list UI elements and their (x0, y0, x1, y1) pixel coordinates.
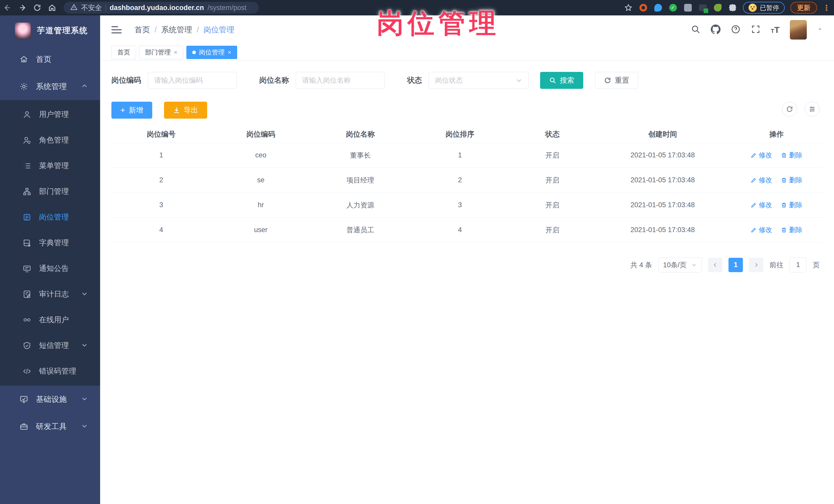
col-post-code: 岗位编码 (211, 126, 311, 143)
browser-back-button[interactable] (0, 0, 15, 16)
delete-link[interactable]: 删除 (781, 225, 803, 235)
sidebar-item-dev-tools[interactable]: 研发工具 (0, 413, 100, 440)
tab-departments[interactable]: 部门管理 × (139, 46, 183, 59)
tab-posts[interactable]: 岗位管理 × (186, 46, 237, 59)
extension-icon-drop[interactable] (654, 3, 663, 12)
paused-extension-badge[interactable]: 已暂停 (743, 2, 785, 14)
menu-list-icon (22, 161, 32, 170)
font-size-icon[interactable]: TT (771, 25, 780, 35)
next-page-button[interactable] (749, 258, 763, 272)
prev-page-button[interactable] (708, 258, 722, 272)
fullscreen-icon[interactable] (751, 24, 761, 35)
chevron-down-icon (516, 77, 522, 84)
extension-icon-list-badge[interactable] (698, 3, 707, 12)
table-row: 1 ceo 董事长 1 开启 2021-01-05 17:03:48 修改 删除 (111, 143, 823, 168)
address-bar[interactable]: 不安全 dashboard.yudao.iocoder.cn /system/p… (64, 2, 259, 14)
sidebar-item-error-codes[interactable]: 错误码管理 (0, 358, 100, 384)
current-page-button[interactable]: 1 (728, 258, 743, 272)
close-icon[interactable]: × (174, 49, 177, 56)
reset-button[interactable]: 重置 (595, 72, 638, 89)
sidebar-item-menus[interactable]: 菜单管理 (0, 153, 100, 179)
edit-link[interactable]: 修改 (751, 225, 772, 235)
sidebar-item-online-users[interactable]: 在线用户 (0, 307, 100, 333)
browser-refresh-button[interactable] (30, 0, 45, 16)
goto-page-input[interactable] (790, 258, 807, 272)
goto-label: 前往 (770, 260, 784, 269)
bookmark-star-icon[interactable] (624, 3, 633, 12)
post-name-input[interactable] (296, 72, 385, 89)
browser-menu-icon[interactable]: ⋮ (823, 3, 830, 12)
sidebar: 芋道管理系统 首页 系统管理 用户管理 角色管理 (0, 16, 100, 504)
delete-link[interactable]: 删除 (781, 151, 803, 160)
export-button[interactable]: 导出 (164, 102, 207, 118)
help-icon[interactable] (731, 24, 741, 35)
browser-chrome: 不安全 dashboard.yudao.iocoder.cn /system/p… (0, 0, 834, 16)
filter-form: 岗位编码 岗位名称 状态 岗位状态 搜索 重置 (111, 72, 823, 89)
col-actions: 操作 (730, 126, 823, 143)
add-button[interactable]: + 新增 (111, 102, 152, 118)
extension-icon-puzzle[interactable] (728, 3, 737, 12)
org-tree-icon (22, 187, 32, 196)
chevron-down-icon (691, 262, 697, 268)
sidebar-item-departments[interactable]: 部门管理 (0, 179, 100, 204)
column-settings-button[interactable] (805, 102, 820, 116)
status-select[interactable]: 岗位状态 (429, 72, 529, 89)
refresh-table-button[interactable] (782, 102, 797, 116)
github-icon[interactable] (711, 24, 721, 35)
refresh-icon (786, 106, 793, 113)
sidebar-item-roles[interactable]: 角色管理 (0, 127, 100, 153)
sidebar-collapse-icon[interactable] (111, 26, 122, 34)
sidebar-item-posts[interactable]: 岗位管理 (0, 204, 100, 230)
breadcrumb-home[interactable]: 首页 (134, 25, 150, 35)
edit-icon (751, 202, 757, 208)
edit-icon (751, 152, 757, 158)
sidebar-item-system[interactable]: 系统管理 (0, 73, 100, 100)
sidebar-item-audit-log[interactable]: 审计日志 (0, 281, 100, 307)
edit-link[interactable]: 修改 (751, 200, 772, 210)
monitor-icon (19, 395, 29, 403)
app-title: 芋道管理系统 (37, 25, 88, 36)
sidebar-item-sms[interactable]: 短信管理 (0, 333, 100, 358)
caret-down-icon[interactable] (817, 26, 823, 33)
close-icon[interactable]: × (228, 49, 231, 56)
not-secure-warning-icon (70, 4, 78, 12)
plus-icon: + (120, 106, 125, 114)
extension-icon-leaf[interactable] (713, 3, 722, 12)
search-button[interactable]: 搜索 (540, 72, 583, 89)
app-logo[interactable]: 芋道管理系统 (0, 16, 100, 46)
table-header-row: 岗位编号 岗位编码 岗位名称 岗位排序 状态 创建时间 操作 (111, 126, 823, 143)
url-path: /system/post (208, 4, 247, 12)
refresh-icon (604, 77, 611, 84)
edit-link[interactable]: 修改 (751, 176, 772, 184)
search-icon[interactable] (691, 24, 701, 35)
delete-link[interactable]: 删除 (781, 200, 803, 210)
pagination: 共 4 条 10条/页 1 前往 页 (100, 258, 834, 272)
page-size-select[interactable]: 10条/页 (658, 258, 702, 272)
browser-forward-button[interactable] (15, 0, 30, 16)
user-avatar[interactable] (790, 20, 807, 40)
sidebar-item-notices[interactable]: 通知公告 (0, 256, 100, 281)
chevron-down-icon (81, 423, 88, 430)
online-users-icon (22, 315, 32, 324)
chevron-left-icon (712, 262, 718, 268)
status-value: 开启 (510, 217, 595, 242)
table-row: 4 user 普通员工 4 开启 2021-01-05 17:03:48 修改 … (111, 217, 823, 242)
announcement-icon (22, 264, 32, 273)
delete-link[interactable]: 删除 (781, 176, 803, 184)
download-icon (173, 107, 180, 114)
sidebar-item-infrastructure[interactable]: 基础设施 (0, 386, 100, 413)
browser-update-button[interactable]: 更新 (790, 2, 817, 14)
extension-icon-orange[interactable] (639, 3, 648, 12)
edit-link[interactable]: 修改 (751, 151, 772, 160)
post-code-input[interactable] (148, 72, 237, 89)
browser-home-button[interactable] (45, 0, 60, 16)
sidebar-item-users[interactable]: 用户管理 (0, 102, 100, 127)
extension-icon-check[interactable] (668, 3, 678, 12)
app-header: 首页 / 系统管理 / 岗位管理 TT (100, 16, 834, 44)
extension-icon-grid[interactable] (683, 3, 693, 12)
status-value: 开启 (510, 193, 595, 217)
sidebar-item-dictionary[interactable]: 字典管理 (0, 230, 100, 256)
tab-home[interactable]: 首页 (111, 46, 136, 59)
breadcrumb-system[interactable]: 系统管理 (161, 25, 192, 35)
sidebar-item-home[interactable]: 首页 (0, 46, 100, 73)
